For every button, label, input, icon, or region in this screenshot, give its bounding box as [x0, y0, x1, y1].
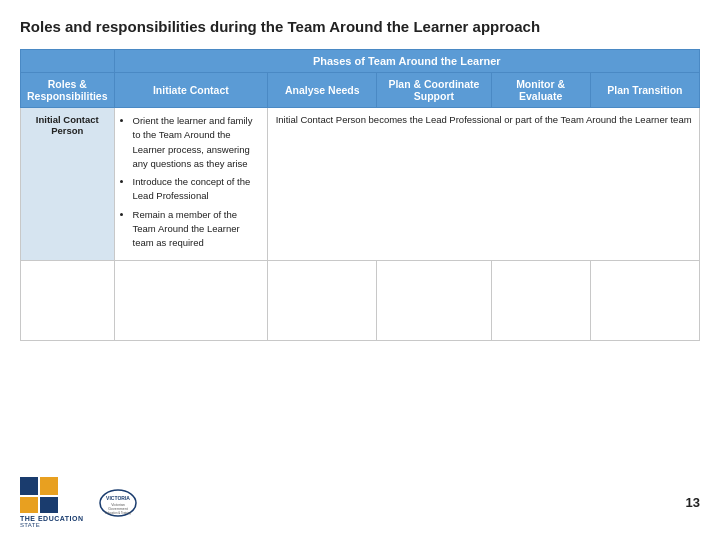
sub-header-row: Roles & Responsibilities Initiate Contac… — [21, 73, 700, 108]
empty-col2 — [268, 261, 377, 341]
phase-header-row: Phases of Team Around the Learner — [21, 50, 700, 73]
role-header-empty — [21, 50, 115, 73]
main-table: Phases of Team Around the Learner Roles … — [20, 49, 700, 341]
roles-responsibilities-header: Roles & Responsibilities — [21, 73, 115, 108]
bullet-3: Remain a member of the Team Around the L… — [133, 208, 262, 251]
edu-logo-top: THE EDUCATION — [20, 515, 84, 522]
bullet-2: Introduce the concept of the Lead Profes… — [133, 175, 262, 204]
svg-text:Education & Training: Education & Training — [105, 511, 131, 515]
education-state-logo: THE EDUCATION STATE — [20, 477, 84, 528]
page-title: Roles and responsibilities during the Te… — [20, 18, 700, 35]
svg-rect-2 — [20, 497, 38, 513]
empty-col3 — [377, 261, 491, 341]
page-number: 13 — [686, 495, 700, 510]
empty-col1 — [114, 261, 268, 341]
svg-rect-3 — [40, 497, 58, 513]
role-name: Initial Contact Person — [21, 108, 115, 261]
col-header-analyse: Analyse Needs — [268, 73, 377, 108]
svg-rect-1 — [40, 477, 58, 495]
bullet-1: Orient the learner and family to the Tea… — [133, 114, 262, 171]
svg-text:VICTORIA: VICTORIA — [106, 495, 130, 501]
education-logo-icon — [20, 477, 58, 513]
initiate-bullets: Orient the learner and family to the Tea… — [121, 114, 262, 250]
empty-row — [21, 261, 700, 341]
empty-role — [21, 261, 115, 341]
phases-header: Phases of Team Around the Learner — [114, 50, 699, 73]
col-header-monitor: Monitor & Evaluate — [491, 73, 590, 108]
victoria-logo-icon: VICTORIA Victorian Government Education … — [98, 489, 138, 517]
col-header-transition: Plan Transition — [590, 73, 699, 108]
footer: THE EDUCATION STATE VICTORIA Victorian G… — [20, 477, 700, 528]
svg-rect-0 — [20, 477, 38, 495]
col-header-plan: Plan & Coordinate Support — [377, 73, 491, 108]
span-text: Initial Contact Person becomes the Lead … — [268, 108, 700, 261]
initiate-cell: Orient the learner and family to the Tea… — [114, 108, 268, 261]
victoria-logo: VICTORIA Victorian Government Education … — [98, 489, 138, 517]
empty-col5 — [590, 261, 699, 341]
edu-logo-bottom: STATE — [20, 522, 84, 528]
empty-col4 — [491, 261, 590, 341]
col-header-initiate: Initiate Contact — [114, 73, 268, 108]
footer-logos: THE EDUCATION STATE VICTORIA Victorian G… — [20, 477, 138, 528]
table-row: Initial Contact Person Orient the learne… — [21, 108, 700, 261]
